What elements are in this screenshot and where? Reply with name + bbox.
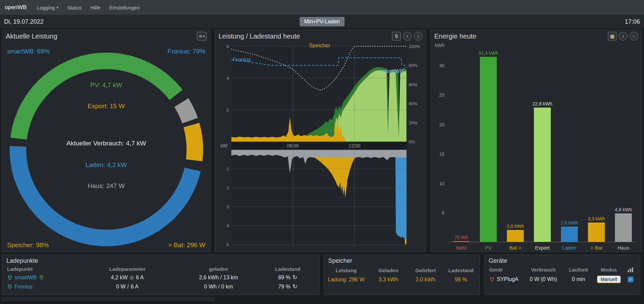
- energy-bar-column: 4,8 kWh: [610, 48, 637, 242]
- chargepoint-name[interactable]: Fronius: [15, 284, 32, 290]
- device-name-cell: SYPlugA: [485, 276, 524, 282]
- energy-bar-column: 3,3 kWh: [583, 48, 610, 242]
- table-row-chargepoint-name: Fronius: [2, 283, 80, 290]
- top-navbar: openWB Logging ▾ Status Hilfe Einstellun…: [0, 0, 644, 15]
- storage-soc-label: Speicher: 98%: [7, 241, 49, 249]
- chargepoint-name[interactable]: smartWB: [15, 275, 37, 281]
- soc-value: 79 %: [278, 284, 290, 290]
- x-axis: NetzPVBat >ExportLaden> BatHaus: [448, 243, 637, 251]
- panel-chargepoints: Ladepunkte Ladepunkt Ladeparameter gelad…: [2, 255, 319, 295]
- chevron-right-icon: ›: [633, 33, 635, 39]
- charge-mode-button[interactable]: Min+PV-Laden: [300, 17, 344, 26]
- bar: [507, 230, 524, 242]
- status-bar: Di, 19.07.2022 Min+PV-Laden 17:06: [0, 15, 644, 28]
- x-axis-category: PV: [475, 243, 502, 251]
- nav-status[interactable]: Status: [67, 5, 82, 10]
- device-checkbox[interactable]: ✓: [628, 277, 634, 282]
- power-soc-chart: 24612345kW06:0012:00100%80%60%40%20%0%Sp…: [218, 43, 423, 247]
- next-day-button[interactable]: ›: [629, 32, 638, 41]
- next-day-button[interactable]: ›: [414, 32, 422, 41]
- storage-soc: 98 %: [442, 277, 480, 283]
- column-header: Ladepunkt: [2, 266, 80, 272]
- export-power-label: Export: 15 W: [2, 102, 210, 110]
- pv-power-label: PV: 4,7 kW: [2, 81, 210, 89]
- nav-einstellungen[interactable]: Einstellungen: [109, 5, 140, 10]
- plug-connected-icon: [39, 275, 44, 280]
- refresh-icon[interactable]: ↻: [292, 283, 297, 290]
- bar: [453, 241, 470, 242]
- column-header: Gerät: [485, 267, 524, 273]
- refresh-icon[interactable]: ↻: [292, 274, 297, 281]
- axis-label: kW: [221, 143, 228, 148]
- power-gauge: smartWB: 69% Fronius: 79% Speicher: 98% …: [2, 42, 210, 252]
- soc-value: 69 %: [278, 275, 290, 281]
- device-chart-icon[interactable]: [627, 267, 634, 273]
- energy-bar-column: 70 Wh: [448, 48, 475, 242]
- swap-icon: ⇅: [394, 33, 398, 39]
- axis-label: 6: [227, 44, 229, 49]
- app-brand[interactable]: openWB: [5, 4, 27, 11]
- x-axis-category: Haus: [610, 243, 637, 251]
- y-axis-tick: 30: [439, 63, 444, 68]
- panel-devices: Geräte Gerät Verbrauch Laufzeit Modus SY…: [484, 255, 640, 295]
- clock-icon: ⊙: [130, 275, 134, 281]
- plot-bg-bottom: [231, 150, 407, 244]
- column-header: geladen: [175, 266, 262, 272]
- panel-title: Energie heute: [434, 32, 476, 40]
- y-axis-tick: 10: [439, 181, 444, 186]
- consumption-label: Aktueller Verbrauch: 4,7 kW: [2, 140, 210, 147]
- gauge-segment-charging: [18, 146, 192, 238]
- current-time: 17:06: [625, 18, 640, 25]
- bar: [615, 213, 632, 242]
- axis-label: 12:00: [349, 143, 360, 148]
- column-header: Geliefert: [409, 267, 442, 273]
- column-header: Modus: [595, 267, 623, 273]
- bottom-row: Ladepunkte Ladepunkt Ladeparameter gelad…: [2, 255, 642, 295]
- next-panel-partial: [2, 298, 214, 301]
- charge-power: 4,2 kW: [111, 275, 128, 281]
- main-row: Aktuelle Leistung ≡ ▾ smartWB: 69% Froni…: [0, 28, 644, 252]
- panel-title: Geräte: [485, 255, 640, 264]
- panel-energy-chart: Energie heute ▦ ‹ › kWh 51015202530 70 W…: [431, 30, 642, 252]
- soc-cell: 69 % ↻: [262, 274, 313, 281]
- axis-label: 20%: [409, 120, 417, 125]
- axis-label: 4: [227, 76, 229, 81]
- calendar-icon: ▦: [610, 33, 614, 39]
- axis-label: Fronius: [233, 57, 251, 63]
- calendar-button[interactable]: ▦: [608, 32, 617, 41]
- chevron-left-icon: ‹: [622, 33, 624, 39]
- panel-title: Aktuelle Leistung: [6, 32, 57, 40]
- display-options-button[interactable]: ≡ ▾: [197, 32, 207, 41]
- axis-label: 100%: [409, 44, 420, 49]
- plug-status-icon: [7, 284, 12, 289]
- axis-label: 1: [227, 166, 229, 171]
- charging-power-label: Laden: 4,2 kW: [2, 161, 210, 169]
- gauge-segment-pv: [19, 61, 176, 139]
- x-axis-category: > Bat: [583, 243, 610, 251]
- energy-bar-column: 31,4 kWh: [475, 48, 502, 242]
- swap-axes-button[interactable]: ⇅: [392, 32, 401, 41]
- x-axis-category: Netz: [448, 243, 475, 251]
- bar: [588, 223, 605, 242]
- bar: [480, 57, 497, 242]
- energy-bar-column: 2,6 kWh: [556, 48, 583, 242]
- device-mode-button[interactable]: Manuell: [597, 276, 620, 283]
- nav-logging[interactable]: Logging ▾: [37, 5, 58, 10]
- device-plug-off-icon: [489, 277, 495, 282]
- axis-label: 06:00: [287, 143, 299, 148]
- bars-area: 70 Wh31,4 kWh2,0 kWh22,8 kWh2,6 kWh3,3 k…: [448, 48, 637, 242]
- nav-hilfe[interactable]: Hilfe: [91, 5, 101, 10]
- energy-bar-column: 22,8 kWh: [529, 48, 556, 242]
- bar-value-label: 2,0 kWh: [507, 224, 524, 229]
- device-runtime: 0 min: [562, 276, 595, 282]
- panel-title: Speicher: [324, 255, 480, 264]
- charged-cell: 2,6 kWh / 13 km: [175, 274, 262, 281]
- prev-day-button[interactable]: ‹: [403, 32, 412, 41]
- charge-parameters-cell: 0 W / 6 A: [80, 283, 175, 290]
- prev-day-button[interactable]: ‹: [619, 32, 627, 41]
- x-axis-band: [231, 142, 407, 150]
- series-vehicle-charge: [395, 150, 407, 241]
- panel-current-power: Aktuelle Leistung ≡ ▾ smartWB: 69% Froni…: [2, 30, 210, 252]
- x-axis-category: Laden: [556, 243, 583, 251]
- column-header: Ladeparameter: [80, 266, 175, 272]
